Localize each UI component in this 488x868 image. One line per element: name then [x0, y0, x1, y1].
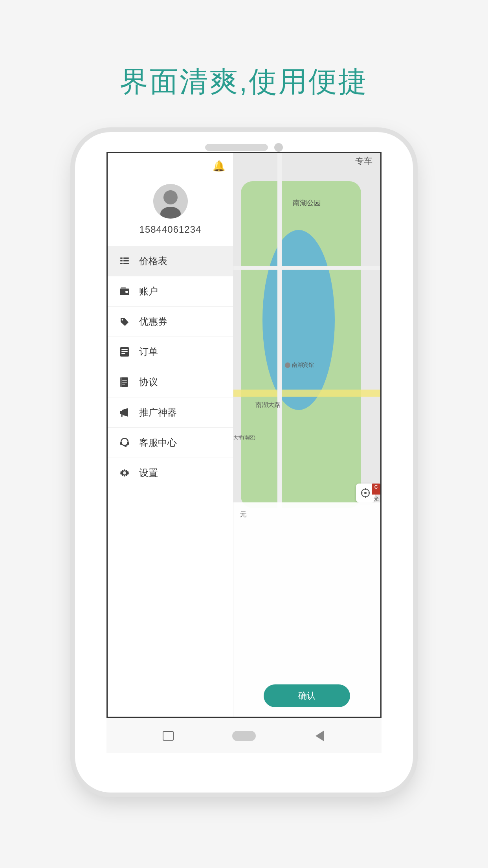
svg-rect-20	[122, 382, 127, 383]
road-horizontal-2	[233, 266, 380, 270]
book-icon	[119, 376, 130, 388]
hotel-dot	[285, 362, 290, 368]
guang-label: 光	[374, 495, 379, 502]
map-bottom-sheet: 元 确认	[233, 502, 380, 717]
menu-item-account[interactable]: 账户	[108, 276, 233, 306]
svg-rect-7	[123, 260, 129, 261]
recent-icon	[163, 731, 174, 741]
svg-rect-5	[120, 263, 123, 264]
menu-label-coupon: 优惠券	[139, 315, 167, 328]
svg-rect-24	[120, 442, 122, 445]
zhuanche-label: 专车	[355, 155, 372, 167]
menu-label-service: 客服中心	[139, 436, 177, 449]
menu-label-settings: 设置	[139, 467, 158, 479]
megaphone-icon	[119, 406, 130, 418]
svg-rect-18	[120, 377, 122, 387]
svg-rect-10	[125, 291, 128, 293]
phone-camera	[274, 143, 283, 152]
svg-point-1	[163, 190, 178, 204]
menu-list: 价格表 账户	[108, 246, 233, 717]
svg-rect-11	[121, 287, 126, 289]
road-label: 南湖大路	[255, 401, 281, 409]
map-red-marker: C	[372, 484, 380, 495]
uni-label: 大学(南区)	[233, 435, 255, 441]
svg-rect-21	[122, 384, 125, 384]
svg-point-27	[123, 471, 126, 474]
park-area	[241, 181, 361, 508]
menu-label-agreement: 协议	[139, 376, 158, 388]
svg-point-12	[122, 319, 123, 321]
svg-rect-14	[121, 349, 128, 350]
map-background: 南湖公园 南湖大路 南湖宾馆 大学(南区) 专车	[233, 153, 380, 717]
wallet-icon	[119, 285, 130, 297]
nav-home-button[interactable]	[232, 728, 256, 744]
nav-back-button[interactable]	[308, 728, 332, 744]
phone-speaker	[205, 144, 268, 151]
page-title: 界面清爽,使用便捷	[120, 63, 368, 101]
phone-bottom-nav	[106, 718, 382, 753]
avatar	[153, 184, 188, 219]
receipt-icon	[119, 346, 130, 358]
phone-mockup: 🔔 15844061234	[75, 132, 413, 793]
yuan-label: 元	[240, 509, 247, 519]
nav-recent-button[interactable]	[156, 728, 180, 744]
svg-rect-15	[121, 351, 128, 352]
menu-item-settings[interactable]: 设置	[108, 458, 233, 488]
menu-item-order[interactable]: 订单	[108, 337, 233, 367]
home-icon	[232, 731, 256, 741]
list-icon	[119, 255, 130, 267]
menu-item-price[interactable]: 价格表	[108, 246, 233, 276]
menu-label-promote: 推广神器	[139, 406, 177, 419]
menu-item-agreement[interactable]: 协议	[108, 367, 233, 397]
svg-rect-3	[120, 257, 123, 259]
phone-screen: 🔔 15844061234	[106, 152, 382, 718]
avatar-section: 15844061234	[108, 176, 233, 246]
hotel-label: 南湖宾馆	[285, 362, 314, 369]
gear-icon	[119, 467, 130, 479]
bell-icon[interactable]: 🔔	[213, 160, 225, 172]
svg-rect-6	[123, 257, 129, 259]
svg-rect-4	[120, 260, 123, 261]
svg-rect-25	[127, 442, 129, 445]
menu-label-order: 订单	[139, 346, 158, 358]
park-label: 南湖公园	[293, 198, 321, 208]
menu-label-account: 账户	[139, 285, 158, 298]
back-icon	[316, 730, 324, 741]
menu-item-service[interactable]: 客服中心	[108, 428, 233, 458]
svg-rect-22	[121, 414, 123, 417]
lake-area	[262, 230, 335, 410]
map-area: 南湖公园 南湖大路 南湖宾馆 大学(南区) 专车	[233, 153, 380, 717]
road-horizontal-1	[233, 390, 380, 397]
menu-item-promote[interactable]: 推广神器	[108, 397, 233, 427]
svg-rect-16	[121, 353, 125, 354]
side-drawer: 🔔 15844061234	[108, 153, 233, 717]
phone-top-bar	[75, 132, 413, 152]
headset-icon	[119, 437, 130, 449]
drawer-header: 🔔	[108, 153, 233, 176]
svg-point-29	[364, 492, 367, 494]
menu-item-coupon[interactable]: 优惠券	[108, 307, 233, 337]
user-phone-number: 15844061234	[139, 224, 202, 235]
confirm-button[interactable]: 确认	[264, 684, 350, 707]
svg-rect-8	[123, 263, 129, 264]
tag-icon	[119, 316, 130, 327]
svg-rect-19	[122, 380, 127, 381]
menu-label-price: 价格表	[139, 255, 167, 267]
